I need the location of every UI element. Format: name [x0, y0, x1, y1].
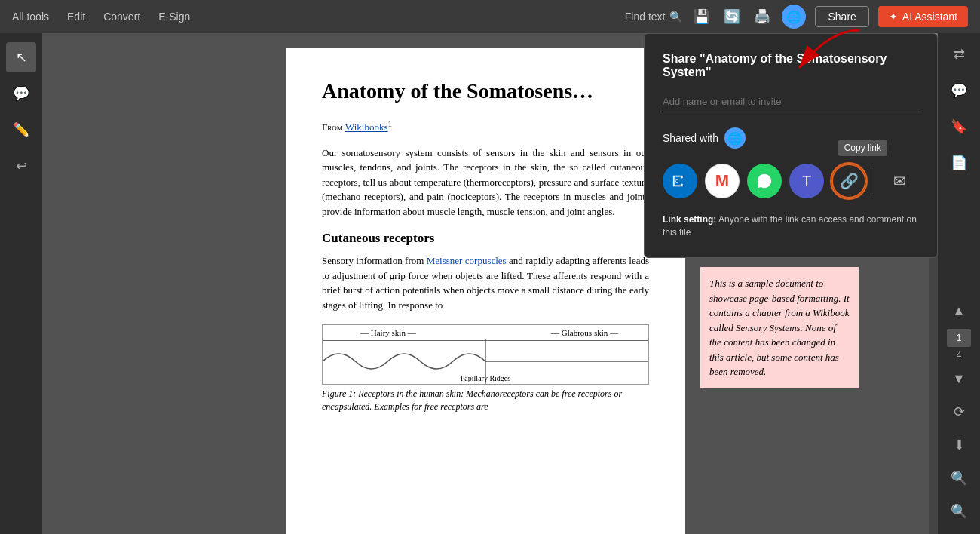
share-panel-title: Share "Anatomy of the Somatosensory Syst…: [663, 52, 919, 79]
nav-convert[interactable]: Convert: [103, 11, 140, 23]
topbar-right: Find text 🔍 💾 🔄 🖨️ 🌐 Share ✦ AI Assistan…: [625, 5, 968, 29]
superscript: 1: [388, 119, 392, 128]
page-total: 4: [957, 350, 962, 361]
search-icon: 🔍: [669, 11, 682, 23]
share-icons-row: O M T 🔗 ✉: [663, 164, 919, 198]
right-icon-comment[interactable]: 💬: [944, 75, 974, 106]
figure-caption: Figure 1: Receptors in the human skin: M…: [322, 388, 649, 413]
shared-with-row: Shared with 🌐: [663, 127, 919, 149]
refresh-icon[interactable]: 🔄: [721, 6, 743, 27]
meissner-link[interactable]: Meissner corpuscles: [427, 255, 507, 266]
pdf-title: Anatomy of the Somatosens…: [322, 78, 649, 104]
zoom-out-icon[interactable]: 🔍: [944, 496, 974, 526]
right-icon-share[interactable]: ⇄: [944, 39, 974, 69]
papillary-ridges-label: Papillary Ridges: [461, 374, 510, 382]
link-setting: Link setting: Anyone with the link can a…: [663, 213, 919, 239]
right-icon-bookmark[interactable]: 🔖: [944, 112, 974, 142]
outlook-share-icon[interactable]: O: [663, 164, 697, 198]
copy-link-icon[interactable]: 🔗: [831, 164, 866, 198]
share-input[interactable]: [663, 91, 919, 112]
zoom-in-icon[interactable]: 🔍: [944, 463, 974, 493]
ai-label: AI Assistant: [902, 11, 957, 23]
scroll-controls: ▲ 1 4 ▼ ⟳ ⬇ 🔍 🔍: [944, 296, 974, 534]
pdf-subheading: Cutaneous receptors: [322, 231, 649, 246]
link-setting-label: Link setting:: [663, 214, 716, 225]
page-number: 1: [947, 329, 971, 347]
nav-edit[interactable]: Edit: [67, 11, 85, 23]
download-icon[interactable]: ⬇: [944, 430, 974, 460]
refresh-right-icon[interactable]: ⟳: [944, 397, 974, 427]
wikibooks-link[interactable]: Wikibooks: [345, 121, 388, 133]
save-icon[interactable]: 💾: [691, 6, 712, 27]
scroll-up-icon[interactable]: ▲: [944, 296, 974, 326]
undo-icon[interactable]: ↩: [6, 151, 36, 181]
divider: [874, 166, 874, 196]
topbar: All tools Edit Convert E-Sign Find text …: [0, 0, 980, 33]
pdf-body1: Our somatosensory system consists of sen…: [322, 146, 649, 219]
figure-area: — Hairy skin — — Glabrous skin — Papilla…: [322, 324, 649, 413]
figure-box: — Hairy skin — — Glabrous skin — Papilla…: [322, 324, 649, 385]
nav-esign[interactable]: E-Sign: [158, 11, 190, 23]
left-sidebar: ↖ 💬 ✏️ ↩: [0, 33, 42, 534]
globe-icon[interactable]: 🌐: [782, 5, 806, 29]
share-panel: Share "Anatomy of the Somatosensory Syst…: [644, 33, 938, 258]
shared-with-label: Shared with: [663, 132, 718, 144]
pdf-from: From Wikibooks1: [322, 119, 649, 134]
find-text-label: Find text: [625, 11, 666, 23]
cursor-tool-icon[interactable]: ↖: [6, 42, 36, 72]
pdf-note: This is a sample document to showcase pa…: [700, 267, 859, 388]
find-text-button[interactable]: Find text 🔍: [625, 11, 683, 23]
comment-icon[interactable]: 💬: [6, 78, 36, 109]
share-button[interactable]: Share: [815, 6, 868, 27]
right-sidebar: ⇄ 💬 🔖 📄 ▲ 1 4 ▼ ⟳ ⬇ 🔍 🔍: [938, 33, 980, 534]
nav-menu: All tools Edit Convert E-Sign: [12, 11, 190, 23]
scroll-down-icon[interactable]: ▼: [944, 364, 974, 394]
teams-share-icon[interactable]: T: [789, 164, 824, 198]
gmail-share-icon[interactable]: M: [705, 164, 740, 198]
ai-icon: ✦: [889, 11, 898, 23]
svg-rect-3: [681, 178, 687, 183]
pdf-body2: Sensory information from Meissner corpus…: [322, 253, 649, 312]
whatsapp-share-icon[interactable]: [747, 164, 782, 198]
pen-icon[interactable]: ✏️: [6, 115, 36, 145]
nav-all-tools[interactable]: All tools: [12, 11, 49, 23]
right-icon-layers[interactable]: 📄: [944, 148, 974, 178]
print-icon[interactable]: 🖨️: [752, 6, 773, 27]
svg-text:O: O: [675, 178, 679, 183]
pdf-page: Anatomy of the Somatosens… From Wikibook…: [286, 48, 685, 534]
email-share-icon[interactable]: ✉: [882, 164, 917, 198]
ai-assistant-button[interactable]: ✦ AI Assistant: [878, 6, 968, 27]
world-avatar-icon: 🌐: [724, 127, 746, 149]
